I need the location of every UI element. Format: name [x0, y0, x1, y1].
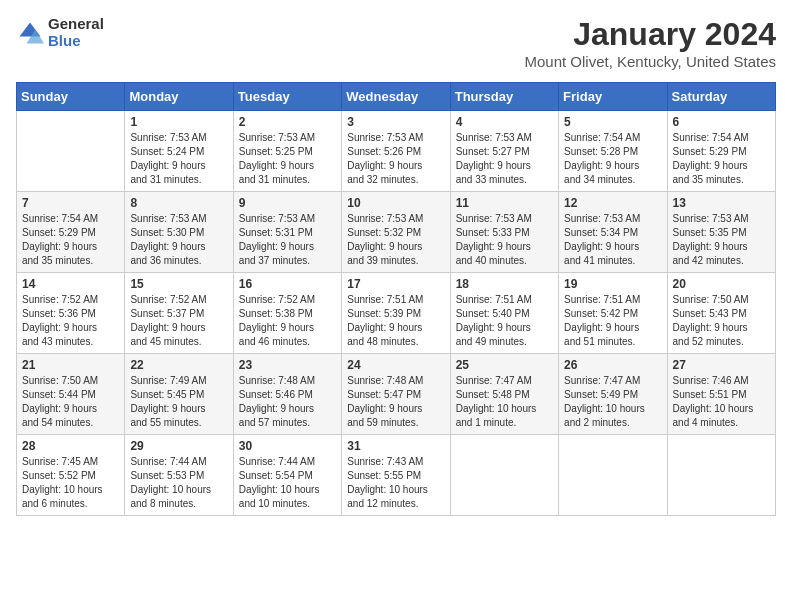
- day-number: 26: [564, 358, 661, 372]
- calendar-cell: 16Sunrise: 7:52 AMSunset: 5:38 PMDayligh…: [233, 273, 341, 354]
- day-number: 16: [239, 277, 336, 291]
- day-number: 7: [22, 196, 119, 210]
- day-info: Sunrise: 7:48 AMSunset: 5:46 PMDaylight:…: [239, 374, 336, 430]
- day-number: 13: [673, 196, 770, 210]
- day-info: Sunrise: 7:53 AMSunset: 5:31 PMDaylight:…: [239, 212, 336, 268]
- header-wednesday: Wednesday: [342, 83, 450, 111]
- calendar-cell: 24Sunrise: 7:48 AMSunset: 5:47 PMDayligh…: [342, 354, 450, 435]
- day-number: 20: [673, 277, 770, 291]
- calendar-cell: 7Sunrise: 7:54 AMSunset: 5:29 PMDaylight…: [17, 192, 125, 273]
- calendar-cell: [17, 111, 125, 192]
- day-info: Sunrise: 7:43 AMSunset: 5:55 PMDaylight:…: [347, 455, 444, 511]
- calendar-cell: 23Sunrise: 7:48 AMSunset: 5:46 PMDayligh…: [233, 354, 341, 435]
- calendar-title: January 2024: [524, 16, 776, 53]
- title-area: January 2024 Mount Olivet, Kentucky, Uni…: [524, 16, 776, 70]
- calendar-cell: 11Sunrise: 7:53 AMSunset: 5:33 PMDayligh…: [450, 192, 558, 273]
- day-info: Sunrise: 7:52 AMSunset: 5:38 PMDaylight:…: [239, 293, 336, 349]
- day-info: Sunrise: 7:54 AMSunset: 5:29 PMDaylight:…: [22, 212, 119, 268]
- calendar-cell: 26Sunrise: 7:47 AMSunset: 5:49 PMDayligh…: [559, 354, 667, 435]
- day-number: 15: [130, 277, 227, 291]
- day-info: Sunrise: 7:51 AMSunset: 5:39 PMDaylight:…: [347, 293, 444, 349]
- day-number: 2: [239, 115, 336, 129]
- calendar-cell: [667, 435, 775, 516]
- calendar-cell: 10Sunrise: 7:53 AMSunset: 5:32 PMDayligh…: [342, 192, 450, 273]
- calendar-week-2: 7Sunrise: 7:54 AMSunset: 5:29 PMDaylight…: [17, 192, 776, 273]
- day-info: Sunrise: 7:53 AMSunset: 5:30 PMDaylight:…: [130, 212, 227, 268]
- day-info: Sunrise: 7:49 AMSunset: 5:45 PMDaylight:…: [130, 374, 227, 430]
- calendar-cell: 30Sunrise: 7:44 AMSunset: 5:54 PMDayligh…: [233, 435, 341, 516]
- day-info: Sunrise: 7:52 AMSunset: 5:36 PMDaylight:…: [22, 293, 119, 349]
- calendar-cell: 21Sunrise: 7:50 AMSunset: 5:44 PMDayligh…: [17, 354, 125, 435]
- day-number: 9: [239, 196, 336, 210]
- day-info: Sunrise: 7:51 AMSunset: 5:40 PMDaylight:…: [456, 293, 553, 349]
- logo: General Blue: [16, 16, 104, 49]
- day-number: 29: [130, 439, 227, 453]
- calendar-cell: [559, 435, 667, 516]
- day-info: Sunrise: 7:53 AMSunset: 5:33 PMDaylight:…: [456, 212, 553, 268]
- day-info: Sunrise: 7:53 AMSunset: 5:32 PMDaylight:…: [347, 212, 444, 268]
- day-number: 19: [564, 277, 661, 291]
- calendar-cell: 6Sunrise: 7:54 AMSunset: 5:29 PMDaylight…: [667, 111, 775, 192]
- calendar-cell: 31Sunrise: 7:43 AMSunset: 5:55 PMDayligh…: [342, 435, 450, 516]
- calendar-cell: [450, 435, 558, 516]
- day-number: 14: [22, 277, 119, 291]
- header-friday: Friday: [559, 83, 667, 111]
- day-number: 23: [239, 358, 336, 372]
- day-info: Sunrise: 7:47 AMSunset: 5:48 PMDaylight:…: [456, 374, 553, 430]
- calendar-cell: 2Sunrise: 7:53 AMSunset: 5:25 PMDaylight…: [233, 111, 341, 192]
- header-thursday: Thursday: [450, 83, 558, 111]
- calendar-cell: 25Sunrise: 7:47 AMSunset: 5:48 PMDayligh…: [450, 354, 558, 435]
- day-number: 6: [673, 115, 770, 129]
- day-info: Sunrise: 7:45 AMSunset: 5:52 PMDaylight:…: [22, 455, 119, 511]
- calendar-week-1: 1Sunrise: 7:53 AMSunset: 5:24 PMDaylight…: [17, 111, 776, 192]
- day-info: Sunrise: 7:50 AMSunset: 5:43 PMDaylight:…: [673, 293, 770, 349]
- day-info: Sunrise: 7:50 AMSunset: 5:44 PMDaylight:…: [22, 374, 119, 430]
- day-number: 22: [130, 358, 227, 372]
- day-number: 25: [456, 358, 553, 372]
- day-info: Sunrise: 7:53 AMSunset: 5:35 PMDaylight:…: [673, 212, 770, 268]
- day-number: 4: [456, 115, 553, 129]
- header-tuesday: Tuesday: [233, 83, 341, 111]
- day-info: Sunrise: 7:51 AMSunset: 5:42 PMDaylight:…: [564, 293, 661, 349]
- day-info: Sunrise: 7:54 AMSunset: 5:28 PMDaylight:…: [564, 131, 661, 187]
- calendar-header: Sunday Monday Tuesday Wednesday Thursday…: [17, 83, 776, 111]
- day-info: Sunrise: 7:48 AMSunset: 5:47 PMDaylight:…: [347, 374, 444, 430]
- day-info: Sunrise: 7:52 AMSunset: 5:37 PMDaylight:…: [130, 293, 227, 349]
- calendar-cell: 8Sunrise: 7:53 AMSunset: 5:30 PMDaylight…: [125, 192, 233, 273]
- logo-blue: Blue: [48, 33, 104, 50]
- calendar-cell: 14Sunrise: 7:52 AMSunset: 5:36 PMDayligh…: [17, 273, 125, 354]
- calendar-cell: 12Sunrise: 7:53 AMSunset: 5:34 PMDayligh…: [559, 192, 667, 273]
- calendar-subtitle: Mount Olivet, Kentucky, United States: [524, 53, 776, 70]
- header-monday: Monday: [125, 83, 233, 111]
- day-info: Sunrise: 7:53 AMSunset: 5:25 PMDaylight:…: [239, 131, 336, 187]
- day-info: Sunrise: 7:44 AMSunset: 5:53 PMDaylight:…: [130, 455, 227, 511]
- calendar-cell: 18Sunrise: 7:51 AMSunset: 5:40 PMDayligh…: [450, 273, 558, 354]
- day-number: 17: [347, 277, 444, 291]
- day-info: Sunrise: 7:53 AMSunset: 5:26 PMDaylight:…: [347, 131, 444, 187]
- calendar-cell: 17Sunrise: 7:51 AMSunset: 5:39 PMDayligh…: [342, 273, 450, 354]
- calendar-cell: 15Sunrise: 7:52 AMSunset: 5:37 PMDayligh…: [125, 273, 233, 354]
- calendar-cell: 22Sunrise: 7:49 AMSunset: 5:45 PMDayligh…: [125, 354, 233, 435]
- day-number: 31: [347, 439, 444, 453]
- calendar-week-5: 28Sunrise: 7:45 AMSunset: 5:52 PMDayligh…: [17, 435, 776, 516]
- day-number: 18: [456, 277, 553, 291]
- day-info: Sunrise: 7:47 AMSunset: 5:49 PMDaylight:…: [564, 374, 661, 430]
- day-info: Sunrise: 7:54 AMSunset: 5:29 PMDaylight:…: [673, 131, 770, 187]
- page-header: General Blue January 2024 Mount Olivet, …: [16, 16, 776, 70]
- calendar-week-4: 21Sunrise: 7:50 AMSunset: 5:44 PMDayligh…: [17, 354, 776, 435]
- calendar-cell: 29Sunrise: 7:44 AMSunset: 5:53 PMDayligh…: [125, 435, 233, 516]
- calendar-cell: 1Sunrise: 7:53 AMSunset: 5:24 PMDaylight…: [125, 111, 233, 192]
- day-info: Sunrise: 7:53 AMSunset: 5:27 PMDaylight:…: [456, 131, 553, 187]
- logo-general: General: [48, 16, 104, 33]
- day-info: Sunrise: 7:53 AMSunset: 5:24 PMDaylight:…: [130, 131, 227, 187]
- calendar-cell: 5Sunrise: 7:54 AMSunset: 5:28 PMDaylight…: [559, 111, 667, 192]
- calendar-cell: 4Sunrise: 7:53 AMSunset: 5:27 PMDaylight…: [450, 111, 558, 192]
- calendar-table: Sunday Monday Tuesday Wednesday Thursday…: [16, 82, 776, 516]
- day-info: Sunrise: 7:46 AMSunset: 5:51 PMDaylight:…: [673, 374, 770, 430]
- day-number: 30: [239, 439, 336, 453]
- day-number: 11: [456, 196, 553, 210]
- calendar-cell: 13Sunrise: 7:53 AMSunset: 5:35 PMDayligh…: [667, 192, 775, 273]
- day-number: 10: [347, 196, 444, 210]
- day-info: Sunrise: 7:44 AMSunset: 5:54 PMDaylight:…: [239, 455, 336, 511]
- calendar-cell: 28Sunrise: 7:45 AMSunset: 5:52 PMDayligh…: [17, 435, 125, 516]
